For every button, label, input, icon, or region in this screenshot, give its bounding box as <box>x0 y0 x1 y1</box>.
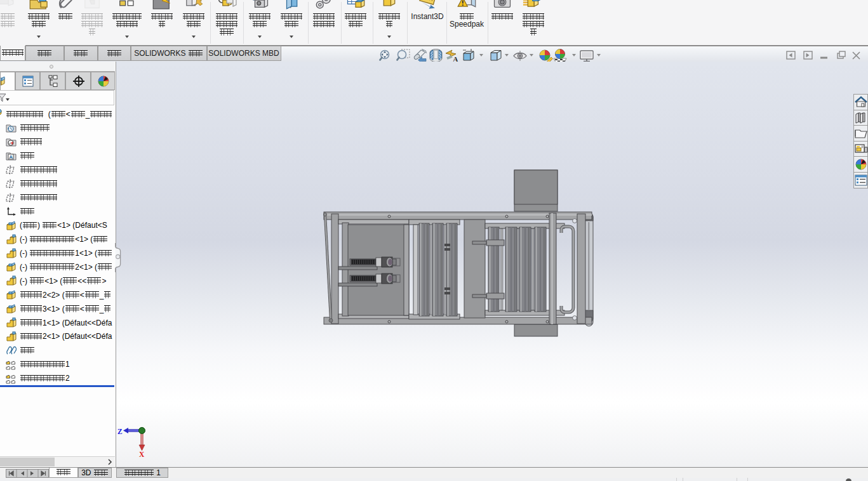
svg-text:A: A <box>9 154 13 160</box>
svg-text:X: X <box>139 451 145 458</box>
svg-text:Z: Z <box>117 428 123 435</box>
